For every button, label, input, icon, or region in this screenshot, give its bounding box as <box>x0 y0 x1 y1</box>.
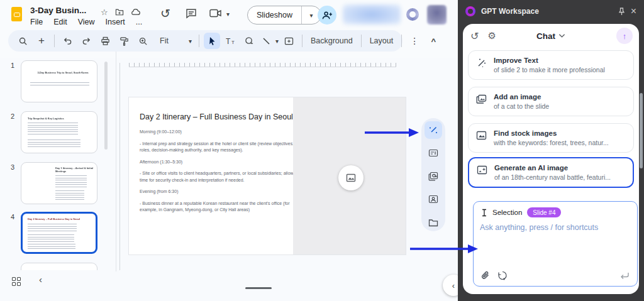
slide-paragraph: Evening (from 6:30) <box>140 189 297 195</box>
share-button-blurred[interactable] <box>343 4 401 25</box>
user-avatar[interactable] <box>427 5 447 25</box>
close-panel-icon[interactable]: × <box>631 6 636 17</box>
move-folder-icon[interactable] <box>115 8 124 16</box>
enter-icon[interactable] <box>619 272 630 280</box>
slide-thumbnail-2[interactable]: Trip Snapshot & Key Logistics <box>21 111 97 153</box>
toolbar-separator <box>199 35 199 47</box>
filmstrip-scrollbar[interactable] <box>104 62 108 150</box>
menu-view[interactable]: View <box>78 18 95 26</box>
menu-overflow[interactable]: ... <box>136 18 142 26</box>
zoom-fit-select[interactable]: Fit ▾ <box>153 36 194 45</box>
slide-thumbnail-3[interactable]: Day 1 Itinerary – Arrival & Initial Meet… <box>21 162 97 204</box>
collapse-toolbar-icon[interactable]: ^ <box>425 33 441 49</box>
layout-button[interactable]: Layout <box>366 36 397 45</box>
more-options-icon[interactable]: ⋮ <box>406 33 423 49</box>
svg-text:T: T <box>226 37 231 45</box>
suggestion-find-stock-images[interactable]: Find stock images with the keywords: for… <box>468 123 634 153</box>
scroll-top-button[interactable]: ↑ <box>616 28 633 44</box>
image-search-icon[interactable] <box>425 190 442 208</box>
slideshow-button[interactable]: Slideshow <box>248 6 301 24</box>
meet-camera-icon[interactable] <box>209 9 222 18</box>
summary-card-icon[interactable] <box>425 145 442 162</box>
gpt-workspace-logo-icon <box>465 6 475 16</box>
textbox-tool[interactable]: TT <box>223 33 239 49</box>
undo-icon[interactable] <box>59 33 75 49</box>
filmstrip-divider <box>116 52 116 271</box>
mention-images-icon[interactable] <box>425 168 442 185</box>
selection-row: Selection Slide #4 <box>481 207 561 217</box>
gpt-side-toolbar <box>421 118 445 231</box>
slide-title[interactable]: Day 2 Itinerary – Full Business Day in S… <box>140 112 293 121</box>
menu-insert[interactable]: Insert <box>106 18 125 26</box>
suggestion-add-image[interactable]: Add an image of a cat to the slide <box>468 87 634 116</box>
images-icon <box>476 94 487 104</box>
slide-body[interactable]: Morning (9:00–12:00) - Internal prep and… <box>140 129 297 219</box>
new-slide-button[interactable]: + <box>33 33 50 49</box>
cloud-status-icon[interactable] <box>131 8 140 16</box>
person-add-icon <box>322 11 333 20</box>
panel-scrollbar[interactable] <box>640 93 643 168</box>
comments-icon[interactable] <box>186 8 197 19</box>
background-button[interactable]: Background <box>307 36 357 45</box>
suggestion-title: Generate an AI image <box>494 163 611 173</box>
print-icon[interactable] <box>97 33 113 49</box>
attach-icon[interactable] <box>481 271 490 280</box>
slide-selection-badge[interactable]: Slide #4 <box>527 207 561 217</box>
collapse-filmstrip-icon[interactable]: ‹ <box>39 274 42 285</box>
thumb-3-textlines <box>55 175 87 188</box>
text-cursor-icon <box>481 209 487 217</box>
thumb-4-textlines <box>28 244 75 250</box>
svg-text:T: T <box>231 40 235 45</box>
document-title[interactable]: 3-Day Busin... <box>30 6 86 15</box>
paint-format-icon[interactable] <box>116 33 132 49</box>
slide-filmstrip: 1 3-Day Business Trip to Seoul, South Ko… <box>0 58 116 301</box>
line-tool-chevron-icon[interactable]: ▾ <box>275 38 279 45</box>
suggestion-title: Find stock images <box>494 129 609 138</box>
vertical-ruler <box>119 63 120 270</box>
pin-icon[interactable] <box>618 8 625 16</box>
insert-placeholder-tool[interactable] <box>281 33 297 49</box>
thumb-4-textlines <box>28 224 77 233</box>
horizontal-ruler <box>129 63 396 67</box>
thumb-2-title: Trip Snapshot & Key Logistics <box>28 117 97 120</box>
camera-chevron-icon[interactable]: ▾ <box>226 11 230 18</box>
version-history-icon[interactable]: ↺ <box>160 6 170 21</box>
thumb-3-title: Day 1 Itinerary – Arrival & Initial Meet… <box>55 167 97 173</box>
slides-logo[interactable] <box>11 7 22 21</box>
chevron-down-icon <box>558 33 565 38</box>
line-tool[interactable] <box>260 33 273 49</box>
shape-tool[interactable] <box>242 33 258 49</box>
slide-paragraph: - Internal prep and strategy session at … <box>140 141 297 154</box>
slide-thumbnail-4-selected[interactable]: Day 2 Itinerary – Full Business Day in S… <box>21 212 97 254</box>
image-icon <box>476 131 487 140</box>
suggestion-improve-text[interactable]: Improve Text of slide 2 to make it more … <box>468 50 634 80</box>
magic-write-icon[interactable] <box>425 121 442 139</box>
folder-icon[interactable] <box>425 214 442 231</box>
star-icon[interactable]: ☆ <box>101 8 108 17</box>
slide-page[interactable]: Day 2 Itinerary – Full Business Day in S… <box>129 97 406 254</box>
zoom-icon[interactable] <box>135 33 151 49</box>
chevron-left-icon: ‹ <box>452 281 455 290</box>
menu-edit[interactable]: Edit <box>53 18 67 26</box>
suggestion-generate-ai-image[interactable]: Generate an AI image of an 18th-century … <box>468 157 634 188</box>
search-icon[interactable] <box>14 33 31 49</box>
insert-image-button[interactable] <box>338 165 364 190</box>
grid-view-icon[interactable] <box>12 277 21 286</box>
slide-paragraph: Afternoon (1:30–5:30) <box>140 159 297 166</box>
select-cursor-tool[interactable] <box>204 33 220 49</box>
share-button[interactable] <box>318 6 336 25</box>
redo-icon[interactable] <box>78 33 94 49</box>
suggestion-subtitle: of a cat to the slide <box>494 102 549 111</box>
fit-label: Fit <box>156 36 172 45</box>
canvas-horizontal-scrollbar[interactable] <box>245 287 272 289</box>
add-context-icon[interactable] <box>497 271 508 280</box>
gpt-workspace-panel: GPT Workspace × ↺ ⚙ Chat ↑ Improve Te <box>458 0 644 301</box>
slide-thumbnail-5-partial[interactable] <box>21 263 97 270</box>
menu-file[interactable]: File <box>30 18 43 26</box>
chat-mode-dropdown[interactable]: Chat <box>463 24 639 48</box>
extension-spiral-icon[interactable] <box>406 8 419 21</box>
slide-thumbnail-1[interactable]: 3-Day Business Trip to Seoul, South Kore… <box>21 60 97 102</box>
thumb-1-title: 3-Day Business Trip to Seoul, South Kore… <box>29 71 97 74</box>
prompt-input[interactable] <box>480 223 630 262</box>
thumb-3-textlines <box>55 190 84 200</box>
